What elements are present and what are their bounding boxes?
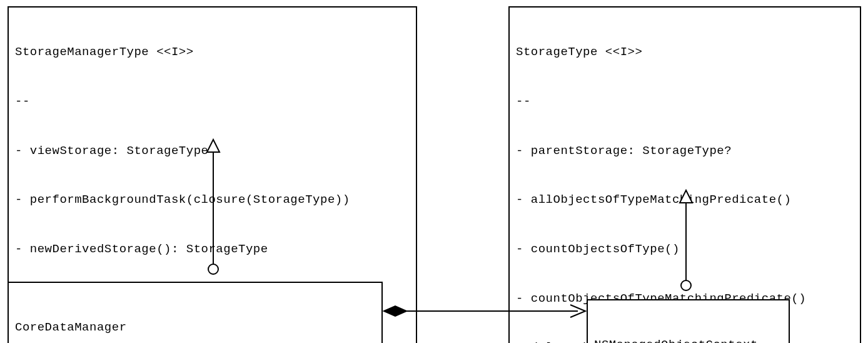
class-member: - performBackgroundTask(closure(StorageT… bbox=[15, 192, 410, 208]
class-title: StorageManagerType <<I>> bbox=[15, 44, 410, 60]
class-box-storage-type: StorageType <<I>> -- - parentStorage: St… bbox=[508, 6, 861, 343]
class-box-nsmanagedobjectcontext: NSManagedObjectContext bbox=[587, 299, 790, 343]
class-separator: -- bbox=[15, 93, 410, 110]
class-member: - viewStorage: StorageType bbox=[15, 143, 410, 159]
class-title: NSManagedObjectContext bbox=[594, 337, 782, 343]
class-member: - allObjectsOfTypeMatchingPredicate() bbox=[516, 192, 854, 208]
class-separator: -- bbox=[516, 93, 854, 110]
class-member: - parentStorage: StorageType? bbox=[516, 143, 854, 159]
class-title: CoreDataManager bbox=[15, 319, 375, 335]
class-member: - newDerivedStorage(): StorageType bbox=[15, 241, 410, 257]
class-title: StorageType <<I>> bbox=[516, 44, 854, 60]
class-box-core-data-manager: CoreDataManager -- + persistentContainer… bbox=[8, 282, 383, 343]
uml-diagram-canvas: StorageManagerType <<I>> -- - viewStorag… bbox=[0, 0, 868, 343]
class-member: - countObjectsOfType() bbox=[516, 241, 854, 257]
